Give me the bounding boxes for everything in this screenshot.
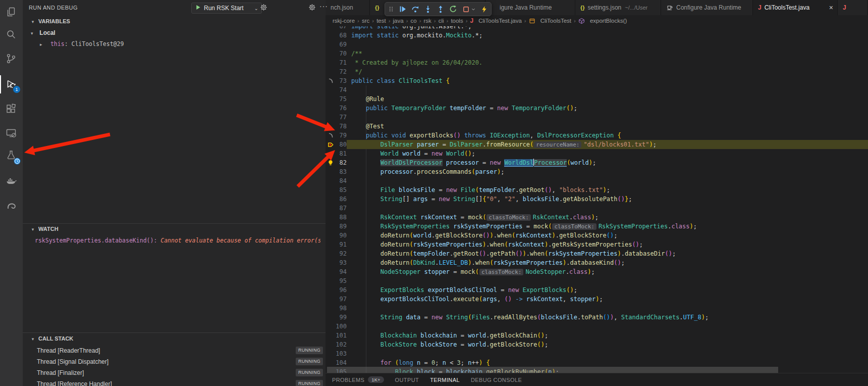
activity-remote-explorer-icon[interactable] bbox=[5, 127, 17, 139]
code-text[interactable]: BlockStore blockStore = world.getBlockSt… bbox=[347, 340, 868, 349]
activity-explorer-icon[interactable] bbox=[5, 6, 17, 18]
breadcrumb-item[interactable]: tools bbox=[451, 18, 463, 24]
code-text[interactable]: /** bbox=[347, 49, 868, 58]
editor-tab[interactable]: igure Java Runtime bbox=[485, 0, 575, 15]
horizontal-scrollbar[interactable] bbox=[327, 367, 778, 373]
variable-this-row[interactable]: ▸ this: CliToolsTest@29 bbox=[40, 40, 124, 47]
code-text[interactable] bbox=[347, 176, 868, 185]
breadcrumb-file[interactable]: JCliToolsTest.java bbox=[470, 17, 522, 24]
code-text[interactable] bbox=[347, 40, 868, 49]
code-text[interactable]: */ bbox=[347, 67, 868, 76]
editor-tab[interactable]: nch.json bbox=[326, 0, 370, 15]
panel-tab-output[interactable]: OUTPUT bbox=[395, 377, 419, 383]
step-into-icon[interactable] bbox=[423, 4, 432, 14]
code-text[interactable]: WorldDslProcessor processor = new WorldD… bbox=[347, 158, 868, 167]
activity-extensions-icon[interactable] bbox=[5, 103, 17, 115]
watch-section-header[interactable]: ▾ WATCH bbox=[29, 226, 332, 236]
activity-testing-icon[interactable] bbox=[5, 150, 17, 162]
variables-scope-local[interactable]: ▾ Local bbox=[31, 29, 56, 36]
code-editor[interactable]: 67import static org.junit.Assert.*;68imp… bbox=[326, 26, 868, 373]
code-text[interactable] bbox=[347, 322, 868, 331]
call-stack-thread-row[interactable]: Thread [ReaderThread]RUNNING bbox=[23, 345, 326, 356]
activity-gradle-icon[interactable] bbox=[5, 200, 17, 212]
code-text[interactable]: World world = new World(); bbox=[347, 149, 868, 158]
breadcrumb-item[interactable]: test bbox=[376, 18, 386, 24]
code-text[interactable]: public void exportBlocks() throws IOExce… bbox=[347, 131, 868, 140]
code-text[interactable]: doReturn(rskSystemProperties).when(rskCo… bbox=[347, 240, 868, 249]
breadcrumb-item[interactable]: cli bbox=[439, 18, 444, 24]
stop-chevron-icon[interactable] bbox=[471, 4, 476, 14]
code-text[interactable]: doReturn(tempFolder.getRoot().getPath())… bbox=[347, 249, 868, 258]
editor-tab[interactable]: JCliToolsTest.java× bbox=[753, 0, 838, 15]
code-text[interactable]: processor.processCommands(parser); bbox=[347, 167, 868, 176]
continue-icon[interactable] bbox=[398, 4, 407, 14]
activity-run-and-debug-icon[interactable]: 1 bbox=[5, 78, 17, 90]
code-text[interactable]: public class CliToolsTest { bbox=[347, 76, 868, 85]
breadcrumb-item[interactable]: co bbox=[410, 18, 416, 24]
stop-icon[interactable] bbox=[461, 4, 470, 14]
step-over-icon[interactable] bbox=[411, 4, 420, 14]
call-stack-section-header[interactable]: ▾ CALL STACK bbox=[29, 335, 332, 346]
java-icon: J bbox=[470, 17, 474, 24]
run-config-dropdown[interactable]: Run RSK Start ⌄ bbox=[191, 3, 262, 14]
breadcrumb-method[interactable]: exportBlocks() bbox=[578, 18, 627, 24]
code-text[interactable] bbox=[347, 204, 868, 213]
code-text[interactable]: @Test bbox=[347, 122, 868, 131]
code-text[interactable]: String data = new String(Files.readAllBy… bbox=[347, 313, 868, 322]
code-text[interactable]: @Rule bbox=[347, 94, 868, 104]
close-icon[interactable]: × bbox=[829, 4, 833, 12]
activity-source-control-icon[interactable] bbox=[5, 53, 17, 65]
call-stack-thread-row[interactable]: Thread [Reference Handler]RUNNING bbox=[23, 378, 326, 386]
code-text[interactable]: import static org.mockito.Mockito.*; bbox=[347, 31, 868, 40]
code-text[interactable]: exportBlocksCliTool.execute(args, () -> … bbox=[347, 295, 868, 304]
editor-tab[interactable]: J bbox=[838, 0, 868, 15]
more-actions-icon[interactable]: ··· bbox=[319, 2, 328, 10]
editor-tab[interactable]: {}settings.json~/.../User bbox=[575, 0, 661, 15]
breadcrumb-item[interactable]: rsk bbox=[423, 18, 431, 24]
code-text[interactable]: NodeStopper stopper = mock(classToMock:N… bbox=[347, 267, 868, 276]
gutter-dbgarrow-icon[interactable] bbox=[326, 140, 336, 149]
restart-icon[interactable] bbox=[449, 4, 458, 14]
step-out-icon[interactable] bbox=[436, 4, 445, 14]
settings-gear-icon[interactable] bbox=[308, 4, 316, 12]
call-stack-thread-row[interactable]: Thread [Signal Dispatcher]RUNNING bbox=[23, 356, 326, 367]
call-stack-thread-row[interactable]: Thread [Finalizer]RUNNING bbox=[23, 367, 326, 378]
code-text[interactable]: public TemporaryFolder tempFolder = new … bbox=[347, 104, 868, 113]
breadcrumb-item[interactable]: java bbox=[393, 18, 404, 24]
breadcrumb-item[interactable]: rskj-core bbox=[333, 18, 355, 24]
code-text[interactable]: String[] args = new String[]{"0", "2", b… bbox=[347, 195, 868, 204]
code-text[interactable]: * Created by ajlopez on 26/04/2020. bbox=[347, 58, 868, 67]
code-text[interactable]: DslParser parser = DslParser.fromResourc… bbox=[347, 140, 868, 149]
panel-tab-debug-console[interactable]: DEBUG CONSOLE bbox=[471, 377, 522, 383]
code-text[interactable] bbox=[347, 304, 868, 313]
code-text[interactable]: doReturn(world.getBlockStore()).when(rsk… bbox=[347, 231, 868, 240]
hot-code-replace-icon[interactable] bbox=[479, 4, 489, 14]
code-text[interactable] bbox=[347, 85, 868, 94]
activity-docker-icon[interactable] bbox=[5, 174, 17, 186]
activity-search-icon[interactable] bbox=[5, 28, 17, 40]
code-text[interactable]: File blocksFile = new File(tempFolder.ge… bbox=[347, 185, 868, 195]
gutter-bulb-icon[interactable] bbox=[326, 158, 336, 167]
breadcrumb-class[interactable]: CliToolsTest bbox=[529, 18, 571, 24]
editor-tab[interactable]: Configure Java Runtime bbox=[661, 0, 753, 15]
breadcrumb-item[interactable]: src bbox=[362, 18, 369, 24]
code-text[interactable] bbox=[347, 113, 868, 122]
code-text[interactable]: RskSystemProperties rskSystemProperties … bbox=[347, 222, 868, 231]
code-text[interactable] bbox=[347, 276, 868, 285]
start-debug-play-icon[interactable] bbox=[195, 4, 201, 12]
gutter-arc-icon[interactable] bbox=[326, 131, 336, 140]
panel-tab-problems[interactable]: PROBLEMS1K+ bbox=[332, 376, 384, 383]
code-text[interactable]: ExportBlocks exportBlocksCliTool = new E… bbox=[347, 285, 868, 295]
gutter-arc-icon[interactable] bbox=[326, 76, 336, 85]
watch-expression-row[interactable]: rskSystemProperties.databaseKind(): Cann… bbox=[35, 237, 320, 244]
code-text[interactable]: import static org.junit.Assert.*; bbox=[347, 26, 868, 31]
gutter-empty bbox=[326, 49, 336, 58]
code-text[interactable]: doReturn(DbKind.LEVEL_DB).when(rskSystem… bbox=[347, 258, 868, 267]
code-text[interactable] bbox=[347, 349, 868, 358]
open-launch-json-gear-icon[interactable] bbox=[260, 4, 268, 12]
code-text[interactable]: Blockchain blockchain = world.getBlockCh… bbox=[347, 331, 868, 340]
code-text[interactable]: RskContext rskContext = mock(classToMock… bbox=[347, 213, 868, 222]
variables-section-header[interactable]: ▾ VARIABLES bbox=[29, 18, 332, 28]
panel-tab-terminal[interactable]: TERMINAL bbox=[430, 377, 460, 383]
code-text[interactable]: for (long n = 0; n < 3; n++) { bbox=[347, 358, 868, 367]
